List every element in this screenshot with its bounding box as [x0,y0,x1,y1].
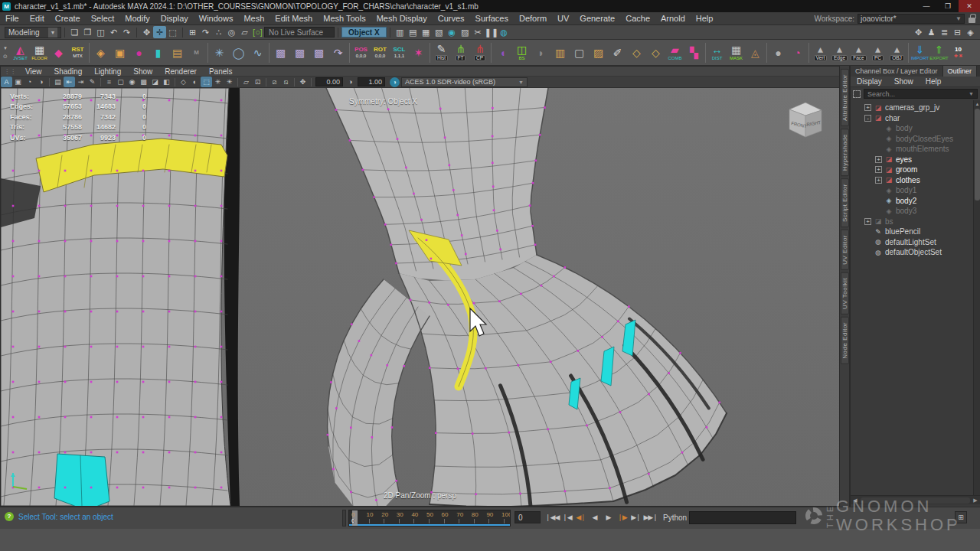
gold-diamond-2-shelf-icon[interactable]: ◇ [646,41,665,65]
box-shelf-icon[interactable]: ▥ [550,41,570,65]
gate-mask-icon[interactable]: ⊡ [252,77,263,87]
panel-menu-lighting[interactable]: Lighting [88,67,127,76]
poly-sphere-shelf-icon[interactable]: ● [129,41,149,65]
step-back-key-button[interactable]: ◀❘ [574,510,586,524]
viewport-mesh[interactable] [1,88,839,506]
redo-icon[interactable]: ↷ [120,26,133,38]
lock-camera-icon[interactable]: ▣ [12,77,24,87]
menu-mesh-tools[interactable]: Mesh Tools [318,14,371,23]
outliner-menu-help[interactable]: Help [920,77,948,86]
go-to-end-button[interactable]: ▶▶❘ [643,510,657,524]
panel-menu-view[interactable]: View [19,67,48,76]
outliner-item-bluePencil[interactable]: ✎bluePencil [851,227,980,237]
scroll-right-icon[interactable]: ▶ [971,497,980,504]
scroll-left-icon[interactable]: ◀ [851,497,860,504]
sidebar-tab-attribute-editor[interactable]: Attribute Editor [841,69,849,126]
cut-faces-icon[interactable]: ✂ [472,26,485,38]
new-scene-icon[interactable]: ❏ [68,26,81,38]
bookmark-icon[interactable]: ◑ [35,77,47,87]
help-icon[interactable]: ? [5,512,14,521]
outliner-item-defaultLightSet[interactable]: ◍defaultLightSet [851,237,980,248]
outliner-item-cameras_grp_jv[interactable]: +◪cameras_grp_jv [851,103,980,113]
gray-sphere-shelf-icon[interactable]: ● [769,41,788,65]
symmetry-object-field[interactable]: Object X [341,27,387,37]
panel-grip[interactable]: ⋮⋮ [4,68,16,75]
step-back-frame-button[interactable]: ❘◀ [560,510,573,524]
greasepencil-icon[interactable]: ✎ [87,77,98,87]
gamma-field[interactable]: 1.00 [358,77,385,86]
quarter-shaded-circle-shelf-icon[interactable]: ◔ [788,41,807,65]
camera-attributes-icon[interactable]: ◔ [24,77,35,87]
menu-display[interactable]: Display [155,14,194,23]
workspace-selector[interactable]: joaovictor*▼ [858,14,965,24]
panel-menu-show[interactable]: Show [127,67,158,76]
poly-cube-shelf-icon[interactable]: ▣ [110,41,129,65]
expand-toggle-icon[interactable]: - [864,115,871,122]
show-manipulator-icon[interactable]: ✥ [912,26,925,38]
letter-m-shelf-icon[interactable]: M [187,41,206,65]
sidebar-tab-node-editor[interactable]: Node Editor [841,317,849,364]
snap-to-view-planes-icon[interactable]: ▱ [238,26,251,38]
menu-cache[interactable]: Cache [620,14,655,23]
menu-mesh[interactable]: Mesh [238,14,270,23]
outliner-item-bodyClosedEyes[interactable]: ◈bodyClosedEyes [851,134,980,145]
menu-file[interactable]: File [0,14,24,23]
use-all-lights-icon[interactable]: ▩ [138,77,149,87]
shelf-gear-icon[interactable]: ⊙ [3,54,8,60]
resolution-gate-icon[interactable]: ⧅ [280,77,292,87]
expand-toggle-icon[interactable]: + [875,166,882,173]
pause-icon[interactable]: ❚❚ [485,26,498,38]
import-shelf-icon[interactable]: ⇓IMPORT [910,41,929,65]
outliner-menu-display[interactable]: Display [851,77,888,86]
hypershade-icon[interactable]: ◍ [498,26,511,38]
outliner-search-input[interactable]: Search...▼ [864,89,978,99]
scroll-up-icon[interactable]: ▲ [974,100,980,108]
select-by-object-icon[interactable]: ✛ [153,26,166,38]
go-to-start-button[interactable]: ❘◀◀ [545,510,559,524]
outliner-menu-show[interactable]: Show [888,77,920,86]
bend-deformer-shelf-icon[interactable]: ↷ [328,41,348,65]
outliner-item-groom[interactable]: +◪groom [851,165,980,175]
menu-create[interactable]: Create [50,14,86,23]
menu-edit-mesh[interactable]: Edit Mesh [270,14,318,23]
tool-settings-toggle-icon[interactable]: ◈ [964,26,977,38]
channel-box-toggle-icon[interactable]: ≣ [938,26,951,38]
mirror-right-shelf-icon[interactable]: ◗ [531,41,550,65]
color-management-icon[interactable]: ◑ [390,77,400,87]
panel-menu-renderer[interactable]: Renderer [158,67,203,76]
expand-toggle-icon[interactable]: + [875,177,882,184]
selection-filter-icon[interactable] [853,90,861,98]
2d-pan-zoom-icon[interactable]: ⇤ [64,77,75,87]
live-surface-field[interactable]: No Live Surface [264,27,335,37]
ft-shelf-icon[interactable]: ⋔FT [451,41,470,65]
sidebar-tab-uv-editor[interactable]: UV Editor [841,230,849,270]
gamma-icon[interactable]: ◑ [345,77,356,87]
open-scene-icon[interactable]: ❐ [81,26,94,38]
edge-mask-shelf-icon[interactable]: ▴Edge [830,41,849,65]
step-forward-frame-button[interactable]: ▶❘ [629,510,642,524]
sidebar-tab-uv-toolkit[interactable]: UV Toolkit [841,272,849,315]
lattice-2-shelf-icon[interactable]: ▩ [290,41,309,65]
outliner-item-body2[interactable]: ◈body2 [851,196,980,207]
comb-shelf-icon[interactable]: ▰COMB [665,41,684,65]
pos-reset-shelf-icon[interactable]: POS0,0,0 [351,41,371,65]
sidebar-tab-hypershade[interactable]: Hypershade [841,129,849,176]
colorspace-selector[interactable]: ACES 1.0 SDR-video (sRGB)▼ [401,77,528,87]
save-scene-icon[interactable]: ◫ [94,26,107,38]
sidebar-tab-script-editor[interactable]: Script Editor [841,178,849,227]
outliner-item-clothes[interactable]: +◪clothes [851,175,980,186]
blendshape-shelf-icon[interactable]: ◫BS [512,41,531,65]
pentagon-shelf-icon[interactable]: ◆ [49,41,68,65]
face-mask-shelf-icon[interactable]: ▴Face [849,41,868,65]
pink-squares-shelf-icon[interactable]: ▚ [684,41,704,65]
expand-toggle-icon[interactable]: + [875,156,882,163]
render-view-icon[interactable]: ▥ [394,26,407,38]
ep-curve-shelf-icon[interactable]: ✳ [210,41,229,65]
lighting-icon[interactable]: ☀ [224,77,235,87]
render-sequence-icon[interactable]: ▧ [433,26,446,38]
component-boxes-shelf-icon[interactable]: ▨ [589,41,608,65]
vert-mask-shelf-icon[interactable]: ▴Vert [811,41,830,65]
circle-curve-shelf-icon[interactable]: ◯ [229,41,248,65]
undo-icon[interactable]: ↶ [107,26,120,38]
outliner-vertical-scrollbar[interactable]: ▲ [973,100,980,495]
